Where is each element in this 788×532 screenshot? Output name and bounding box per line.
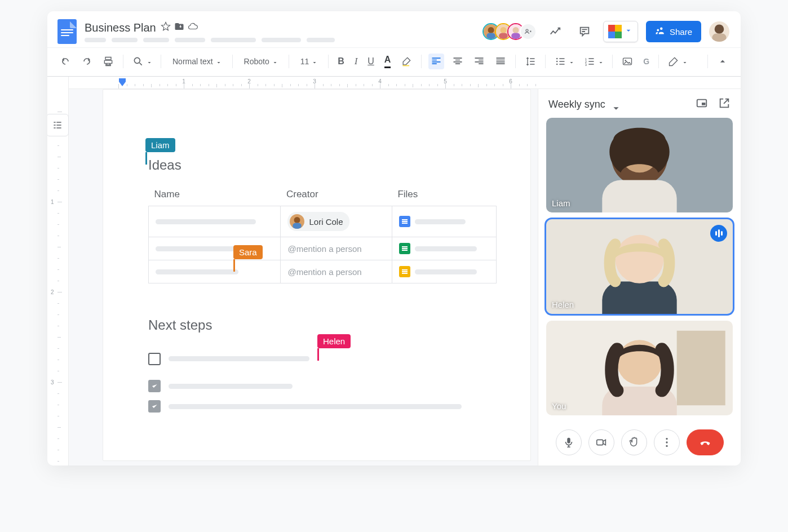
file-chip[interactable] bbox=[399, 266, 489, 277]
meet-logo-icon bbox=[608, 25, 622, 38]
meet-title[interactable]: Weekly sync bbox=[548, 99, 605, 110]
document-title[interactable]: Business Plan bbox=[85, 21, 156, 34]
move-icon[interactable] bbox=[174, 21, 184, 34]
svg-rect-8 bbox=[511, 33, 520, 39]
paragraph-style-dropdown[interactable]: Normal text bbox=[168, 55, 225, 68]
table-row[interactable]: Lori Cole bbox=[149, 206, 497, 237]
bullet-list-button[interactable] bbox=[552, 54, 576, 69]
camera-button[interactable] bbox=[588, 429, 614, 455]
svg-rect-2 bbox=[486, 33, 495, 39]
title-bar: Business Plan bbox=[47, 11, 741, 47]
svg-rect-36 bbox=[677, 331, 725, 405]
print-button[interactable] bbox=[100, 54, 116, 69]
horizontal-ruler[interactable]: 123456 bbox=[69, 77, 741, 89]
svg-point-17 bbox=[556, 64, 558, 65]
cloud-status-icon[interactable] bbox=[188, 21, 198, 34]
share-people-icon bbox=[655, 26, 665, 37]
video-tile-helen[interactable]: Helen bbox=[546, 219, 733, 314]
svg-point-15 bbox=[556, 58, 558, 60]
table-row[interactable]: Sara @mention a person bbox=[149, 237, 497, 260]
table-header-name: Name bbox=[154, 189, 180, 200]
video-tile-liam[interactable]: Liam bbox=[546, 118, 733, 212]
italic-button[interactable]: I bbox=[352, 54, 360, 69]
meet-dropdown[interactable] bbox=[603, 21, 638, 42]
zoom-dropdown[interactable] bbox=[130, 54, 154, 69]
align-right-button[interactable] bbox=[471, 54, 487, 69]
activity-icon[interactable] bbox=[544, 21, 566, 42]
mention-placeholder[interactable]: @mention a person bbox=[287, 244, 361, 254]
checkbox-checked-icon[interactable] bbox=[148, 380, 161, 392]
svg-rect-5 bbox=[499, 33, 508, 39]
underline-button[interactable]: U bbox=[365, 54, 377, 69]
svg-text:3: 3 bbox=[585, 63, 587, 66]
svg-rect-39 bbox=[567, 438, 570, 444]
collapse-toolbar-button[interactable] bbox=[715, 54, 731, 69]
docs-logo-icon[interactable] bbox=[57, 19, 77, 44]
sheets-file-icon bbox=[399, 243, 410, 254]
file-chip[interactable] bbox=[399, 216, 489, 227]
undo-button[interactable] bbox=[57, 54, 73, 69]
font-size-dropdown[interactable]: 11 bbox=[296, 55, 322, 68]
checkbox-checked-icon[interactable] bbox=[148, 400, 161, 413]
checklist[interactable]: Helen bbox=[148, 345, 497, 413]
redo-button[interactable] bbox=[79, 54, 95, 69]
checklist-item[interactable] bbox=[148, 380, 497, 392]
align-justify-button[interactable] bbox=[493, 54, 508, 69]
checkbox-unchecked-icon[interactable] bbox=[148, 353, 161, 365]
checklist-item[interactable] bbox=[148, 400, 497, 413]
docs-file-icon bbox=[399, 216, 410, 227]
workspace: 123456 123 Liam bbox=[47, 77, 741, 466]
svg-point-11 bbox=[715, 24, 724, 34]
more-collaborators-icon[interactable] bbox=[520, 23, 537, 40]
table-header-files: Files bbox=[397, 189, 418, 200]
speaking-indicator-icon bbox=[710, 225, 727, 242]
highlight-color-button[interactable] bbox=[399, 54, 414, 69]
ideas-table[interactable]: Name Creator Files bbox=[148, 189, 497, 283]
font-family-dropdown[interactable]: Roboto bbox=[240, 55, 282, 68]
menu-bar[interactable] bbox=[85, 38, 335, 42]
align-left-button[interactable] bbox=[428, 54, 444, 69]
person-chip[interactable]: Lori Cole bbox=[287, 212, 349, 231]
numbered-list-button[interactable]: 123 bbox=[582, 54, 605, 69]
mic-button[interactable] bbox=[556, 429, 582, 455]
checklist-item[interactable]: Helen bbox=[148, 345, 497, 372]
svg-point-9 bbox=[526, 29, 528, 32]
editing-mode-button[interactable] bbox=[666, 54, 689, 69]
comments-icon[interactable] bbox=[574, 21, 595, 42]
chevron-down-icon bbox=[624, 26, 633, 37]
line-spacing-button[interactable] bbox=[523, 54, 538, 69]
tile-name-label: You bbox=[552, 401, 566, 411]
mention-placeholder[interactable]: @mention a person bbox=[287, 267, 361, 277]
star-icon[interactable] bbox=[161, 21, 171, 34]
heading-next-steps[interactable]: Next steps bbox=[148, 317, 497, 333]
video-tile-you[interactable]: You bbox=[546, 321, 733, 415]
more-options-button[interactable] bbox=[654, 429, 680, 455]
account-avatar[interactable] bbox=[709, 21, 729, 42]
vertical-ruler[interactable]: 123 bbox=[47, 89, 69, 466]
raise-hand-button[interactable] bbox=[621, 429, 647, 455]
indent-marker-icon[interactable] bbox=[118, 78, 126, 87]
chevron-down-icon[interactable] bbox=[610, 102, 616, 108]
text-color-button[interactable]: A bbox=[382, 52, 393, 70]
cursor-flag-helen: Helen bbox=[317, 334, 351, 361]
app-window: Business Plan bbox=[47, 11, 741, 466]
document-canvas[interactable]: Liam Ideas Name Creator Files bbox=[69, 89, 538, 466]
document-page[interactable]: Liam Ideas Name Creator Files bbox=[103, 89, 531, 461]
share-button[interactable]: Share bbox=[646, 21, 701, 42]
tile-name-label: Helen bbox=[552, 300, 574, 309]
outline-toggle-button[interactable] bbox=[47, 114, 69, 136]
insert-link-button[interactable]: G bbox=[641, 55, 652, 68]
file-chip[interactable] bbox=[399, 243, 489, 254]
picture-in-picture-icon[interactable] bbox=[696, 97, 708, 112]
heading-ideas[interactable]: Ideas bbox=[148, 157, 497, 173]
collaborator-avatars[interactable] bbox=[482, 23, 537, 40]
insert-image-button[interactable] bbox=[619, 54, 635, 69]
svg-rect-12 bbox=[712, 34, 726, 42]
align-center-button[interactable] bbox=[450, 54, 466, 69]
popout-icon[interactable] bbox=[718, 97, 731, 112]
title-area: Business Plan bbox=[85, 21, 335, 42]
bold-button[interactable]: B bbox=[335, 54, 347, 69]
table-row[interactable]: @mention a person bbox=[149, 260, 497, 283]
svg-point-4 bbox=[501, 27, 507, 33]
end-call-button[interactable] bbox=[687, 429, 724, 455]
